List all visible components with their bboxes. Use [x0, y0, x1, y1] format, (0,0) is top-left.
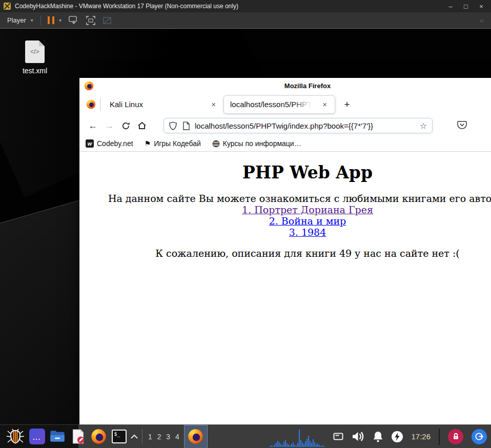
- fullscreen-button[interactable]: [86, 16, 95, 25]
- firefox-view-button[interactable]: [83, 97, 99, 112]
- tab-divider: [100, 98, 100, 111]
- system-tray: 17:26: [333, 429, 487, 445]
- caret-down-icon: ▾: [31, 17, 33, 23]
- firefox-logo-icon: [91, 429, 107, 444]
- xml-file-icon: </>: [25, 40, 45, 63]
- home-button[interactable]: [134, 117, 150, 134]
- send-ctrl-alt-del-button[interactable]: [69, 16, 79, 25]
- reload-icon: [121, 121, 130, 130]
- volume-icon[interactable]: [352, 431, 364, 442]
- bookmark-star-icon[interactable]: ☆: [420, 121, 427, 131]
- bookmark-kursy[interactable]: Курсы по информаци…: [212, 139, 301, 148]
- bookmarks-toolbar: w Codeby.net ⚑ Игры Кодебай Курсы по инф…: [79, 136, 491, 152]
- firefox-task-button-active[interactable]: [184, 425, 208, 448]
- vmware-app-icon: [3, 2, 11, 10]
- desktop-file-testxml[interactable]: </> test.xml: [14, 40, 55, 75]
- taskbar-divider: [142, 429, 142, 444]
- book-link-3-anchor[interactable]: 3. 1984: [289, 227, 326, 238]
- terminal-launcher[interactable]: $_: [109, 425, 129, 448]
- code-glyph: </>: [30, 48, 39, 55]
- clock[interactable]: 17:26: [411, 432, 431, 441]
- fullscreen-icon: [86, 16, 95, 25]
- suspend-caret-icon[interactable]: ▾: [59, 17, 62, 23]
- firefox-logo-icon: [86, 99, 96, 109]
- book-link-2-anchor[interactable]: 2. Война и мир: [269, 215, 346, 227]
- logout-button[interactable]: [472, 429, 487, 444]
- page-info-icon: [183, 121, 190, 130]
- page-title: PHP Web App: [79, 162, 491, 182]
- tab-close-icon[interactable]: ×: [320, 99, 330, 110]
- terminal-glyph: $_: [114, 431, 120, 437]
- toolbar-divider: [40, 15, 41, 26]
- minimize-button[interactable]: –: [444, 3, 457, 10]
- terminal-icon: $_: [112, 430, 127, 443]
- tab-localhost-active[interactable]: localhost/lesson5/PHPTwig/i ×: [223, 95, 335, 114]
- vmware-toolbar: Player ▾ ▾ «: [0, 12, 491, 29]
- web-page-content: PHP Web App На данном сайте Вы можете оз…: [79, 152, 491, 424]
- workspace-switcher[interactable]: 1 2 3 4: [145, 433, 184, 441]
- vmware-window-title: CodebyHackMashine - VMware Workstation 1…: [15, 3, 444, 10]
- firefox-logo-icon: [188, 429, 203, 444]
- navigation-toolbar: ← →: [79, 115, 491, 136]
- applications-menu-button[interactable]: [4, 425, 27, 448]
- firefox-titlebar[interactable]: Mozilla Firefox: [79, 78, 491, 93]
- maximize-button[interactable]: □: [459, 3, 473, 10]
- panel-expand-button[interactable]: [129, 425, 139, 448]
- forward-button: →: [101, 117, 117, 134]
- tray-divider: [439, 429, 440, 445]
- dots-glyph: ···: [33, 435, 41, 443]
- globe-icon: [212, 140, 220, 148]
- shield-icon: [169, 121, 177, 130]
- desktop-file-label: test.xml: [14, 67, 55, 75]
- intro-text: На данном сайте Вы можете ознакомиться с…: [79, 193, 491, 204]
- notifications-bell-icon[interactable]: [373, 431, 383, 442]
- not-found-message: К сожалению, описания для книги 49 у нас…: [79, 248, 491, 259]
- vmware-titlebar: CodebyHackMashine - VMware Workstation 1…: [0, 0, 491, 12]
- tab-label: localhost/lesson5/PHPTwig/i: [230, 100, 311, 109]
- vmware-screen: CodebyHackMashine - VMware Workstation 1…: [0, 0, 491, 448]
- close-button[interactable]: ×: [475, 3, 488, 10]
- show-desktop-button[interactable]: ···: [27, 425, 47, 448]
- flag-icon: ⚑: [145, 139, 151, 148]
- url-bar[interactable]: localhost/lesson5/PHPTwig/index.php?book…: [163, 118, 433, 133]
- bookmark-codeby[interactable]: w Codeby.net: [86, 139, 133, 148]
- book-link-1-anchor[interactable]: 1. Портрет Дориана Грея: [242, 204, 373, 215]
- text-editor-icon: [71, 429, 85, 444]
- collapse-toolbar-icon[interactable]: «: [480, 16, 487, 25]
- url-text[interactable]: localhost/lesson5/PHPTwig/index.php?book…: [195, 121, 416, 130]
- power-manager-icon[interactable]: [392, 431, 403, 442]
- network-graph: [270, 426, 326, 447]
- kali-taskbar: ··· $_: [0, 424, 491, 448]
- new-tab-button[interactable]: +: [339, 97, 355, 112]
- tab-kali-linux[interactable]: Kali Linux ×: [101, 95, 223, 114]
- codeby-favicon: w: [86, 139, 94, 148]
- book-link-3: 3. 1984: [79, 227, 491, 238]
- bookmark-label: Codeby.net: [97, 139, 133, 148]
- lock-screen-button[interactable]: [448, 429, 463, 444]
- bookmark-igry-kodebay[interactable]: ⚑ Игры Кодебай: [145, 139, 201, 148]
- unity-disabled-icon: [103, 16, 112, 25]
- firefox-launcher[interactable]: [88, 425, 109, 448]
- bookmark-label: Игры Кодебай: [154, 139, 201, 148]
- text-editor-launcher[interactable]: [68, 425, 88, 448]
- lock-icon: [452, 433, 460, 440]
- reload-button[interactable]: [117, 117, 134, 134]
- pocket-icon[interactable]: [457, 120, 467, 132]
- tab-label: Kali Linux: [110, 100, 143, 109]
- tab-close-icon[interactable]: ×: [209, 99, 218, 110]
- player-menu-label: Player: [7, 16, 26, 24]
- logout-arrow-icon: [475, 432, 484, 441]
- book-link-2: 2. Война и мир: [79, 215, 491, 227]
- firefox-window: Mozilla Firefox Kali Linux × localhost/l…: [79, 78, 491, 424]
- home-icon: [137, 121, 147, 130]
- monitor-arrow-icon: [69, 16, 79, 25]
- display-tray-icon[interactable]: [333, 433, 343, 441]
- back-button[interactable]: ←: [85, 117, 101, 134]
- file-manager-launcher[interactable]: [47, 425, 68, 448]
- bookmark-label: Курсы по информаци…: [223, 139, 301, 148]
- player-menu[interactable]: Player ▾: [4, 15, 36, 26]
- tab-bar: Kali Linux × localhost/lesson5/PHPTwig/i…: [79, 93, 491, 115]
- chevron-up-icon: [131, 434, 138, 439]
- suspend-vm-button[interactable]: [45, 15, 57, 25]
- book-link-1: 1. Портрет Дориана Грея: [79, 204, 491, 215]
